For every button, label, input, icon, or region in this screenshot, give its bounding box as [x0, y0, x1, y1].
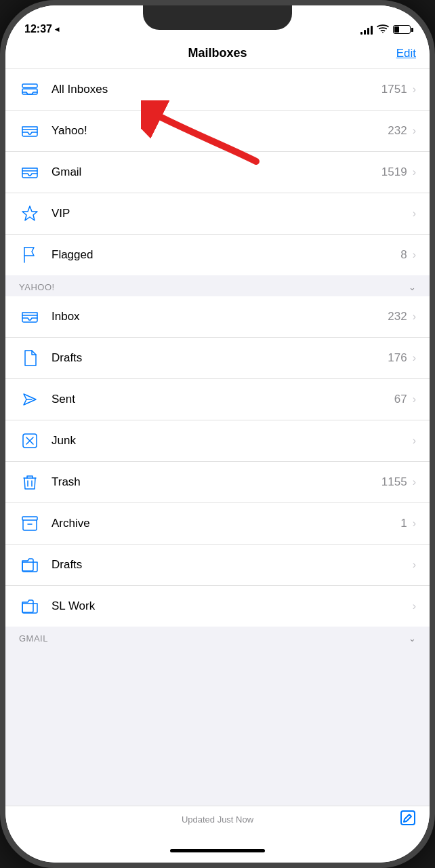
yahoo-section: Inbox 232 › Drafts 176 ›	[5, 296, 430, 627]
row-y-trash[interactable]: Trash 1155 ›	[5, 462, 430, 503]
row-flagged[interactable]: Flagged 8 ›	[5, 235, 430, 275]
row-y-sent[interactable]: Sent 67 ›	[5, 379, 430, 420]
home-indicator	[5, 838, 430, 863]
svg-rect-9	[22, 517, 37, 520]
row-yahoo[interactable]: Yahoo! 232 ›	[5, 111, 430, 152]
bar1	[360, 32, 362, 35]
y-sent-count: 67	[394, 393, 407, 406]
y-junk-label: Junk	[51, 434, 407, 448]
y-archive-count: 1	[400, 517, 407, 530]
draft-icon	[19, 347, 41, 369]
bar4	[371, 26, 373, 35]
time-display: 12:37	[24, 23, 52, 35]
y-archive-chevron: ›	[413, 517, 416, 530]
edit-button[interactable]: Edit	[396, 47, 416, 60]
wifi-icon	[377, 24, 389, 35]
flagged-chevron: ›	[413, 249, 416, 261]
y-drafts-label: Drafts	[51, 351, 388, 365]
bar2	[364, 30, 366, 35]
y-inbox-chevron: ›	[413, 311, 416, 323]
yahoo-section-header[interactable]: YAHOO! ⌄	[5, 275, 430, 296]
svg-marker-3	[22, 206, 37, 220]
row-y-drafts[interactable]: Drafts 176 ›	[5, 338, 430, 379]
location-icon: ◂	[55, 24, 59, 34]
phone-frame: 12:37 ◂	[0, 0, 435, 868]
signal-bars	[360, 25, 373, 35]
y-archive-label: Archive	[51, 517, 400, 530]
screen: 12:37 ◂	[5, 5, 430, 863]
vip-label: VIP	[51, 207, 407, 220]
yahoo-count: 232	[388, 124, 407, 138]
yahoo-section-label: YAHOO!	[19, 282, 55, 292]
y-sent-label: Sent	[51, 393, 394, 406]
row-gmail[interactable]: Gmail 1519 ›	[5, 152, 430, 193]
sent-icon	[19, 389, 41, 410]
y-inbox-label: Inbox	[51, 310, 388, 323]
bar3	[367, 28, 369, 35]
yahoo-inbox-icon	[19, 120, 41, 142]
y-sent-chevron: ›	[413, 393, 416, 406]
y-trash-chevron: ›	[413, 476, 416, 488]
folder-icon-1	[19, 554, 41, 576]
flag-icon	[19, 244, 41, 266]
all-inboxes-count: 1751	[381, 83, 407, 96]
y-slwork-label: SL Work	[51, 599, 407, 613]
y-trash-count: 1155	[381, 475, 407, 489]
all-inboxes-chevron: ›	[413, 83, 416, 96]
svg-rect-1	[22, 84, 37, 87]
gmail-section-label: GMAIL	[19, 633, 48, 644]
gmail-chevron: ›	[413, 166, 416, 178]
row-vip[interactable]: VIP ›	[5, 193, 430, 235]
yahoo-label: Yahoo!	[51, 124, 388, 138]
svg-rect-2	[22, 89, 37, 94]
compose-button[interactable]	[400, 810, 416, 829]
y-slwork-chevron: ›	[413, 600, 416, 612]
gmail-collapse-icon: ⌄	[409, 633, 416, 644]
gmail-count: 1519	[381, 165, 407, 179]
bottom-bar: Updated Just Now	[5, 806, 430, 838]
archive-icon	[19, 513, 41, 534]
y-junk-chevron: ›	[413, 435, 416, 447]
row-y-drafts2[interactable]: Drafts ›	[5, 545, 430, 586]
content-area: All Inboxes 1751 › Yahoo! 232 ›	[5, 69, 430, 806]
y-inbox-icon	[19, 306, 41, 328]
gmail-inbox-icon	[19, 161, 41, 183]
y-drafts2-label: Drafts	[51, 558, 407, 572]
gmail-section-header[interactable]: GMAIL ⌄	[5, 627, 430, 648]
gmail-label: Gmail	[51, 165, 381, 179]
page-title: Mailboxes	[188, 46, 247, 60]
row-y-junk[interactable]: Junk ›	[5, 420, 430, 462]
inbox-stack-icon	[19, 79, 41, 100]
row-y-inbox[interactable]: Inbox 232 ›	[5, 296, 430, 338]
junk-icon	[19, 430, 41, 452]
row-y-archive[interactable]: Archive 1 ›	[5, 503, 430, 545]
status-time: 12:37 ◂	[24, 23, 59, 35]
status-icons	[360, 24, 411, 35]
yahoo-chevron: ›	[413, 125, 416, 137]
yahoo-collapse-icon: ⌄	[409, 282, 416, 292]
star-icon	[19, 203, 41, 224]
y-trash-label: Trash	[51, 475, 381, 489]
row-y-slwork[interactable]: SL Work ›	[5, 586, 430, 627]
flagged-label: Flagged	[51, 248, 400, 262]
y-drafts-chevron: ›	[413, 352, 416, 364]
svg-point-0	[382, 32, 384, 33]
row-all-inboxes[interactable]: All Inboxes 1751 ›	[5, 69, 430, 111]
nav-header: Mailboxes Edit	[5, 39, 430, 69]
battery-icon	[393, 25, 411, 34]
trash-icon	[19, 471, 41, 493]
home-bar	[170, 849, 265, 852]
y-drafts-count: 176	[388, 351, 407, 365]
flagged-count: 8	[400, 248, 407, 262]
y-inbox-count: 232	[388, 310, 407, 323]
svg-rect-10	[401, 811, 415, 825]
notch	[143, 5, 292, 30]
y-drafts2-chevron: ›	[413, 559, 416, 571]
all-inboxes-label: All Inboxes	[51, 83, 381, 96]
update-status: Updated Just Now	[182, 814, 253, 825]
vip-chevron: ›	[413, 208, 416, 220]
main-section: All Inboxes 1751 › Yahoo! 232 ›	[5, 69, 430, 275]
folder-icon-2	[19, 595, 41, 617]
